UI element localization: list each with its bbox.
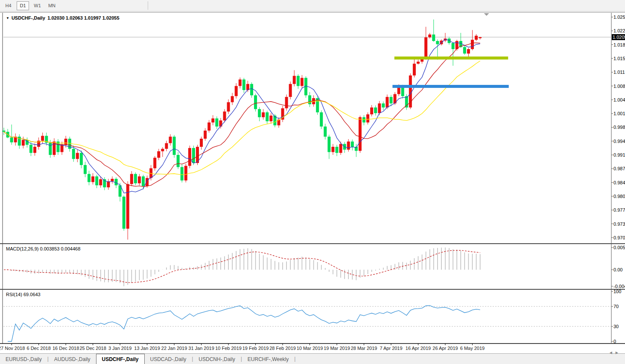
svg-text:1.01520: 1.01520 bbox=[613, 56, 625, 61]
svg-text:0.00: 0.00 bbox=[613, 267, 622, 272]
svg-text:28 Mar 2019: 28 Mar 2019 bbox=[351, 346, 377, 351]
svg-text:7 Apr 2019: 7 Apr 2019 bbox=[380, 346, 402, 351]
symbol-tab-bar: EURUSD-,Daily | AUDUSD-,Daily USDCHF-,Da… bbox=[0, 353, 625, 364]
svg-text:30: 30 bbox=[613, 324, 619, 329]
quote-high: 1.02063 bbox=[66, 15, 83, 20]
svg-text:19 Mar 2019: 19 Mar 2019 bbox=[324, 346, 350, 351]
svg-text:25 Dec 2018: 25 Dec 2018 bbox=[79, 346, 106, 351]
svg-text:0.98420: 0.98420 bbox=[613, 180, 625, 185]
svg-text:1.02210: 1.02210 bbox=[613, 28, 625, 33]
svg-text:26 Apr 2019: 26 Apr 2019 bbox=[432, 346, 458, 351]
quote-low: 1.01997 bbox=[84, 15, 101, 20]
svg-text:1.02550: 1.02550 bbox=[613, 15, 625, 20]
svg-text:0.99800: 0.99800 bbox=[613, 125, 625, 130]
tab-scroll-right-icon[interactable]: ▶ bbox=[616, 351, 622, 355]
svg-text:1.01180: 1.01180 bbox=[613, 70, 625, 75]
tab-separator: | bbox=[294, 356, 295, 362]
svg-text:28 Feb 2019: 28 Feb 2019 bbox=[269, 346, 296, 351]
svg-text:10 Mar 2019: 10 Mar 2019 bbox=[297, 346, 323, 351]
macd-values: 0.003853 0.004468 bbox=[40, 246, 80, 251]
svg-text:1.00140: 1.00140 bbox=[613, 111, 625, 116]
svg-text:1.01860: 1.01860 bbox=[613, 42, 625, 47]
symbol-label: USDCHF-,Daily bbox=[12, 15, 45, 20]
chart-symbol-header: ▼USDCHF-,Daily 1.02030 1.02063 1.01997 1… bbox=[6, 15, 120, 20]
symbol-dropdown-icon[interactable]: ▼ bbox=[6, 16, 9, 20]
svg-text:13 Jan 2019: 13 Jan 2019 bbox=[134, 346, 160, 351]
tab-scroll-left-icon[interactable]: ◀ bbox=[610, 351, 616, 355]
svg-text:22 Jan 2019: 22 Jan 2019 bbox=[161, 346, 187, 351]
tab-audusd-daily[interactable]: AUDUSD-,Daily bbox=[49, 355, 96, 364]
rsi-value: 69.0643 bbox=[23, 292, 41, 297]
tab-eurchf-weekly[interactable]: EURCHF-,Weekly bbox=[242, 355, 294, 364]
rsi-indicator-header: RSI(14) 69.0643 bbox=[6, 292, 41, 297]
svg-text:0.98080: 0.98080 bbox=[613, 194, 625, 199]
svg-text:0.97390: 0.97390 bbox=[613, 221, 625, 227]
macd-indicator-header: MACD(12,26,9) 0.003853 0.004468 bbox=[6, 246, 80, 251]
svg-text:0.99450: 0.99450 bbox=[613, 139, 625, 144]
svg-text:16 Apr 2019: 16 Apr 2019 bbox=[406, 346, 431, 351]
tab-eurusd-daily[interactable]: EURUSD-,Daily bbox=[0, 355, 47, 364]
svg-text:6 May 2019: 6 May 2019 bbox=[460, 346, 485, 351]
svg-text:31 Jan 2019: 31 Jan 2019 bbox=[188, 346, 214, 351]
svg-text:0.99110: 0.99110 bbox=[613, 152, 625, 157]
svg-text:6 Dec 2018: 6 Dec 2018 bbox=[26, 346, 50, 351]
svg-text:0.00597: 0.00597 bbox=[613, 245, 625, 250]
mt4-terminal-window: { "toolbar": { "timeframes": [ {"label":… bbox=[0, 0, 625, 364]
svg-text:19 Feb 2019: 19 Feb 2019 bbox=[242, 346, 269, 351]
svg-text:27 Nov 2018: 27 Nov 2018 bbox=[0, 346, 25, 351]
quote-close: 1.02055 bbox=[102, 15, 120, 20]
svg-text:0: 0 bbox=[613, 339, 616, 344]
svg-text:0.98770: 0.98770 bbox=[613, 166, 625, 171]
svg-text:-0.004243: -0.004243 bbox=[613, 284, 625, 289]
svg-text:3 Jan 2019: 3 Jan 2019 bbox=[108, 346, 131, 351]
svg-text:0.97050: 0.97050 bbox=[613, 235, 625, 240]
quote-open: 1.02030 bbox=[47, 15, 64, 20]
svg-text:1.00490: 1.00490 bbox=[613, 97, 625, 102]
tab-usdcnh-daily[interactable]: USDCNH-,Daily bbox=[193, 355, 240, 364]
svg-text:70: 70 bbox=[613, 304, 619, 309]
svg-text:0.97730: 0.97730 bbox=[613, 207, 625, 213]
svg-text:1.00830: 1.00830 bbox=[613, 84, 625, 89]
chart-shift-marker-icon[interactable] bbox=[484, 13, 489, 16]
svg-text:16 Dec 2018: 16 Dec 2018 bbox=[53, 346, 79, 351]
svg-text:100: 100 bbox=[613, 289, 621, 294]
tab-usdchf-daily[interactable]: USDCHF-,Daily bbox=[96, 354, 145, 364]
svg-text:1.02055: 1.02055 bbox=[613, 35, 625, 40]
svg-text:10 Feb 2019: 10 Feb 2019 bbox=[215, 346, 242, 351]
chart-area[interactable]: 1.025501.022101.018601.015201.011801.008… bbox=[0, 0, 625, 353]
tab-usdcad-daily[interactable]: USDCAD-,Daily bbox=[145, 355, 192, 364]
